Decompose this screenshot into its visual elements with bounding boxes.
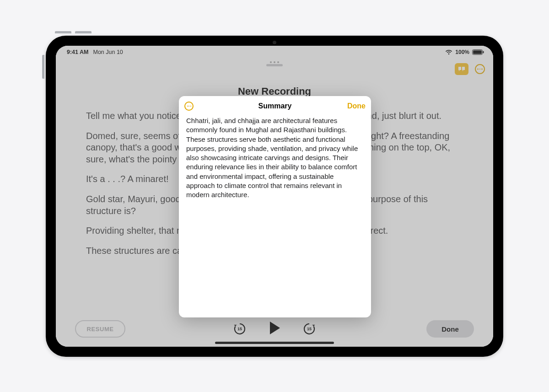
screen: 9:41 AM Mon Jun 10 100% bbox=[56, 46, 493, 347]
volume-down-button bbox=[75, 31, 92, 33]
front-camera bbox=[273, 41, 276, 44]
modal-title: Summary bbox=[210, 102, 340, 110]
power-button bbox=[42, 55, 44, 79]
summary-modal: Summary Done Chhatri, jali, and chhajja … bbox=[179, 96, 371, 317]
modal-done-button[interactable]: Done bbox=[340, 102, 366, 110]
volume-up-button bbox=[55, 31, 71, 33]
ipad-frame: 9:41 AM Mon Jun 10 100% bbox=[46, 36, 503, 357]
modal-body-text: Chhatri, jali, and chhajja are architect… bbox=[179, 115, 371, 207]
modal-more-button[interactable] bbox=[184, 102, 194, 111]
